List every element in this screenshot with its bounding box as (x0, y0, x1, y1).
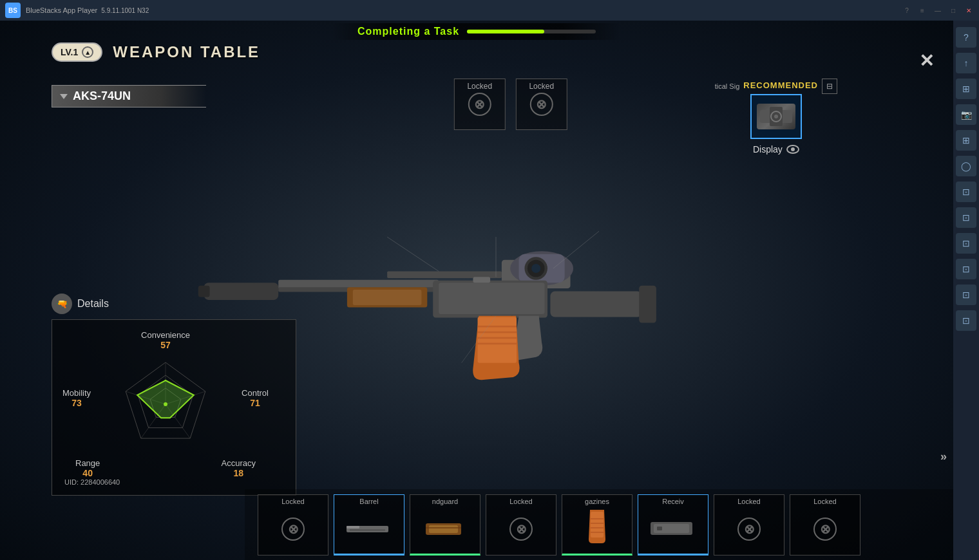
bottom-slot-locked-4[interactable]: Locked ⊗ (790, 494, 860, 555)
svg-rect-47 (591, 512, 604, 537)
details-header: 🔫 Details (52, 294, 296, 314)
svg-rect-45 (429, 525, 458, 533)
bottom-slot-handguard[interactable]: ndguard (410, 494, 480, 555)
bottom-slot-magazine[interactable]: gazines (562, 494, 632, 555)
radar-chart-area: Convenience 57 Mobility 73 Control 71 Ra… (62, 330, 269, 485)
svg-rect-42 (347, 526, 359, 528)
locked-icon-6: ⊗ (737, 518, 761, 541)
tactical-sig-label: tical Sig (715, 82, 740, 90)
svg-line-29 (553, 231, 599, 268)
svg-point-3 (774, 115, 778, 118)
bottom-slot-label-6: Locked (737, 498, 760, 505)
app-version: 5.9.11.1001 N32 (101, 7, 149, 14)
bottom-slot-locked-2[interactable]: Locked ⊗ (486, 494, 556, 555)
sidebar-icon-4[interactable]: 📷 (956, 104, 976, 125)
scope-slot-2[interactable]: Locked ⊗ (516, 79, 567, 130)
control-label: Control (242, 388, 269, 398)
mobility-value: 73 (62, 398, 91, 408)
bottom-slot-label-3: Locked (509, 498, 532, 505)
svg-rect-43 (350, 529, 385, 531)
stats-container: Convenience 57 Mobility 73 Control 71 Ra… (52, 319, 296, 496)
weapon-name-bar: AKS-74UN (52, 85, 206, 107)
svg-rect-51 (591, 532, 604, 533)
weapon-name-selector[interactable]: AKS-74UN (52, 85, 206, 107)
recommended-slot[interactable] (750, 94, 802, 139)
bottom-slot-receiver[interactable]: Receiv (638, 494, 708, 555)
expand-arrows-icon[interactable]: » (940, 450, 947, 463)
weapon-header: LV.1 ▲ WEAPON TABLE (52, 42, 902, 62)
locked-icon-3: ⊗ (509, 518, 533, 541)
convenience-stat: Convenience 57 (141, 330, 190, 350)
svg-rect-49 (591, 523, 604, 524)
svg-point-40 (164, 402, 167, 406)
svg-rect-54 (657, 527, 662, 530)
bottom-slot-barrel[interactable]: Barrel (334, 494, 404, 555)
help-button[interactable]: ? (902, 5, 912, 15)
svg-rect-46 (426, 527, 461, 528)
bottom-slot-label-1: Barrel (359, 498, 378, 505)
sidebar-icon-5[interactable]: ⊞ (956, 130, 976, 151)
svg-rect-50 (591, 527, 604, 528)
uid-text: UID: 2284006640 (64, 478, 120, 486)
locked-icon-0: ⊗ (281, 518, 305, 541)
sidebar-icon-1[interactable]: ? (956, 27, 976, 48)
sidebar-icon-3[interactable]: ⊞ (956, 79, 976, 99)
bottom-slot-label-0: Locked (281, 498, 304, 505)
bottom-slot-locked-3[interactable]: Locked ⊗ (714, 494, 784, 555)
barrel-icon (347, 514, 392, 543)
level-badge[interactable]: LV.1 ▲ (52, 42, 102, 62)
convenience-label: Convenience (141, 330, 190, 340)
menu-button[interactable]: ≡ (917, 5, 927, 15)
accuracy-value: 18 (222, 468, 256, 478)
bottom-slot-label-4: gazines (585, 498, 609, 505)
details-icon: 🔫 (52, 294, 72, 314)
task-bar: Completing a Task (332, 23, 622, 40)
scope-slot-1[interactable]: Locked ⊗ (454, 79, 506, 130)
locked-x-icon-2: ⊗ (530, 93, 553, 116)
weapon-table-title: WEAPON TABLE (113, 43, 260, 61)
right-sidebar: ? ↑ ⊞ 📷 ⊞ ◯ ⊡ ⊡ ⊡ ⊡ ⊡ ⊡ (953, 0, 979, 560)
sidebar-icon-7[interactable]: ⊡ (956, 182, 976, 202)
range-stat: Range 40 (75, 458, 100, 478)
scope-slot-1-label: Locked (467, 82, 492, 91)
sidebar-icon-6[interactable]: ◯ (956, 156, 976, 176)
details-title: Details (77, 298, 109, 310)
svg-point-16 (531, 264, 540, 273)
svg-rect-48 (591, 518, 604, 519)
sidebar-icon-8[interactable]: ⊡ (956, 207, 976, 228)
sidebar-icon-9[interactable]: ⊡ (956, 233, 976, 254)
close-window-button[interactable]: ✕ (964, 5, 974, 15)
game-area: Completing a Task LV.1 ▲ WEAPON TABLE ✕ … (0, 21, 953, 560)
titlebar: BS BlueStacks App Player 5.9.11.1001 N32… (0, 0, 979, 21)
bottom-slots: Locked ⊗ Barrel ndguard (245, 489, 953, 560)
sidebar-icon-12[interactable]: ⊡ (956, 310, 976, 331)
task-progress-fill (467, 30, 544, 33)
bottom-slot-label-7: Locked (813, 498, 836, 505)
accuracy-label: Accuracy (222, 458, 256, 468)
dropdown-arrow-icon (60, 94, 68, 99)
maximize-button[interactable]: □ (948, 5, 958, 15)
recommended-copy-icon[interactable]: ⊟ (822, 79, 837, 94)
top-notification: Completing a Task (0, 21, 953, 42)
bottom-slot-locked-1[interactable]: Locked ⊗ (258, 494, 328, 555)
accuracy-stat: Accuracy 18 (222, 458, 256, 478)
sidebar-icon-11[interactable]: ⊡ (956, 285, 976, 305)
sidebar-icon-2[interactable]: ↑ (956, 53, 976, 73)
scope-slots: Locked ⊗ Locked ⊗ (454, 79, 567, 130)
svg-rect-10 (353, 290, 422, 305)
svg-marker-39 (137, 380, 194, 418)
radar-svg (114, 350, 217, 459)
convenience-value: 57 (141, 340, 190, 350)
level-text: LV.1 (61, 47, 78, 57)
sidebar-icon-10[interactable]: ⊡ (956, 259, 976, 279)
upgrade-arrow[interactable]: ▲ (82, 46, 93, 58)
magazine-icon (575, 512, 620, 541)
minimize-button[interactable]: — (933, 5, 943, 15)
recommended-label: RECOMMENDED (743, 80, 818, 90)
task-text: Completing a Task (357, 26, 459, 37)
svg-rect-26 (473, 277, 490, 283)
window-controls: ? ≡ — □ ✕ (902, 5, 974, 15)
svg-rect-24 (478, 337, 517, 339)
close-game-button[interactable]: ✕ (912, 46, 940, 75)
svg-rect-18 (439, 283, 544, 314)
